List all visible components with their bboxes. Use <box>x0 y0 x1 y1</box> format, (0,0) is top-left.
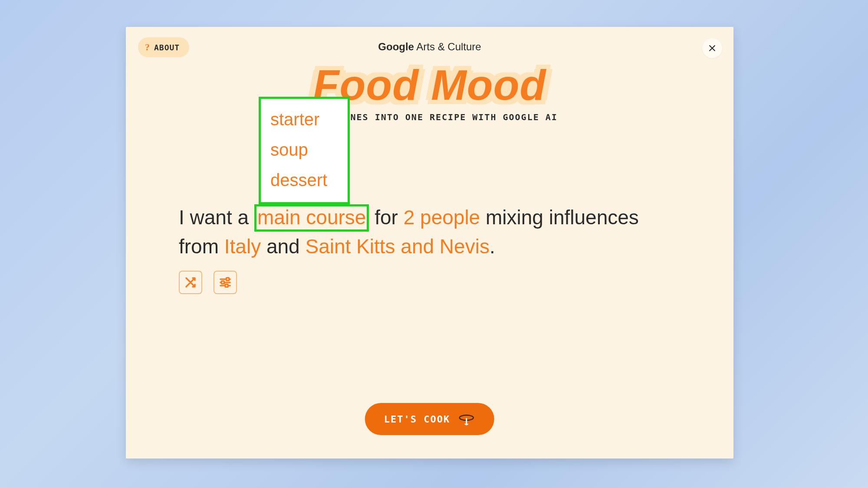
sentence-and: and <box>261 235 305 258</box>
shuffle-icon <box>184 276 197 289</box>
sentence-prefix: I want a <box>179 206 254 229</box>
svg-rect-3 <box>227 278 229 280</box>
shuffle-button[interactable] <box>179 271 202 294</box>
dish-selector[interactable]: main course <box>254 204 369 232</box>
whisk-icon <box>458 413 475 426</box>
prompt-sentence: I want a main course for 2 people mixing… <box>179 203 681 261</box>
about-button[interactable]: ? ABOUT <box>138 37 189 57</box>
cuisine-a-selector[interactable]: Italy <box>224 235 261 258</box>
about-label: ABOUT <box>154 43 180 52</box>
question-icon: ? <box>145 42 150 53</box>
tune-icon <box>219 276 232 289</box>
people-selector[interactable]: 2 people <box>404 206 480 229</box>
close-button[interactable] <box>702 38 722 58</box>
lets-cook-button[interactable]: LET'S COOK <box>365 403 494 435</box>
brand-logo: Google Arts & Culture <box>378 41 481 53</box>
lets-cook-label: LET'S COOK <box>384 414 450 425</box>
dish-option-starter[interactable]: starter <box>261 104 348 134</box>
close-icon <box>708 44 717 52</box>
svg-rect-5 <box>225 284 228 287</box>
svg-rect-4 <box>221 281 224 284</box>
dish-dropdown[interactable]: starter soup dessert <box>259 97 350 204</box>
brand-arts-culture: Arts & Culture <box>414 41 481 52</box>
cuisine-b-selector[interactable]: Saint Kitts and Nevis <box>305 235 489 258</box>
brand-google: Google <box>378 41 414 52</box>
app-panel: ? ABOUT Google Arts & Culture Food Mood … <box>126 27 733 459</box>
sentence-for: for <box>369 206 403 229</box>
tool-row <box>179 271 237 294</box>
dish-option-dessert[interactable]: dessert <box>261 165 348 195</box>
tune-button[interactable] <box>214 271 237 294</box>
sentence-suffix: . <box>490 235 495 258</box>
dish-option-soup[interactable]: soup <box>261 134 348 165</box>
